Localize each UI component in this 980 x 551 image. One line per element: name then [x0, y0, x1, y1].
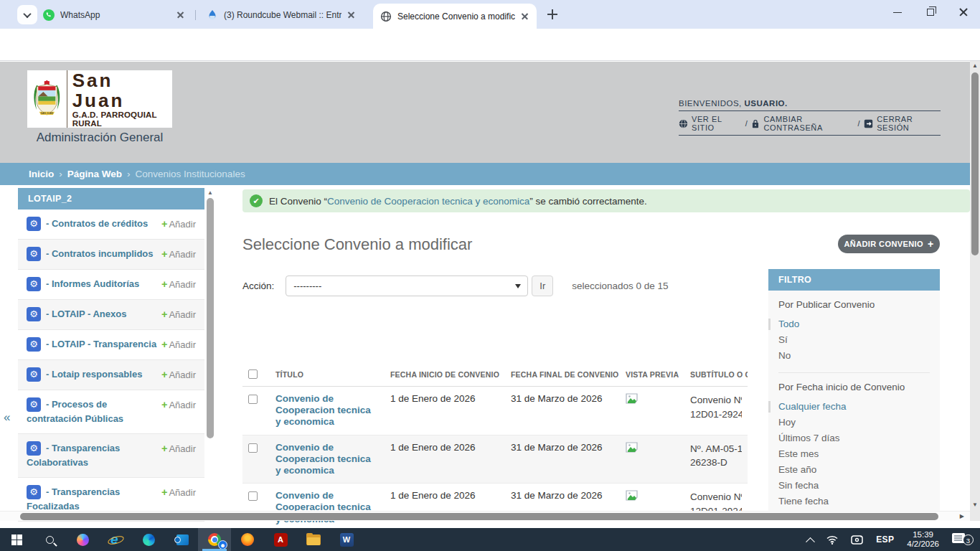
system-tray: ESP 15:394/2/2026 3: [801, 528, 980, 551]
sidebar-item-label[interactable]: - Procesos de contratación Públicas: [27, 399, 123, 424]
select-all-checkbox[interactable]: [248, 369, 258, 379]
add-link[interactable]: +Añadir: [161, 277, 196, 292]
taskbar-outlook-button[interactable]: [165, 528, 198, 551]
horizontal-scrollbar-thumb[interactable]: [20, 513, 938, 520]
close-icon[interactable]: [175, 9, 187, 21]
globe-icon: [380, 11, 392, 22]
sidebar-item-lotaip-anexos: +Añadir⚙- LOTAIP - Anexos: [18, 300, 204, 330]
add-link[interactable]: +Añadir: [161, 217, 196, 232]
taskbar-firefox-button[interactable]: [231, 528, 264, 551]
column-header-fecha-inicio[interactable]: FECHA INICIO DE CONVENIO: [385, 362, 505, 387]
tray-notifications[interactable]: 3: [946, 528, 980, 551]
scroll-down-icon[interactable]: ▼: [970, 501, 980, 508]
close-icon[interactable]: [519, 11, 531, 22]
filter-option-este-ano[interactable]: Este año: [778, 462, 930, 478]
fecha-final-cell: 31 de Marzo de 2026: [505, 435, 620, 484]
convenio-link[interactable]: Convenio de Cooperacion tecnica y econom…: [275, 393, 379, 428]
taskbar-word-button[interactable]: W: [330, 528, 363, 551]
horizontal-scrollbar[interactable]: ▶: [0, 511, 970, 521]
sidebar-item-label[interactable]: - Lotaip responsables: [46, 369, 142, 380]
sidebar-scrollbar[interactable]: ▲: [206, 189, 215, 505]
breadcrumb-section[interactable]: Página Web: [67, 169, 122, 179]
add-link[interactable]: +Añadir: [161, 247, 196, 262]
scroll-up-icon[interactable]: ▲: [970, 62, 980, 69]
tab-roundcube[interactable]: (3) Roundcube Webmail :: Entra: [199, 5, 363, 24]
window-minimize-button[interactable]: [881, 0, 914, 24]
row-checkbox[interactable]: [248, 491, 258, 501]
add-link[interactable]: +Añadir: [161, 441, 196, 456]
taskbar-explorer-button[interactable]: [297, 528, 330, 551]
sidebar-item-label[interactable]: - LOTAIP - Transparencia: [46, 339, 156, 349]
add-link[interactable]: +Añadir: [161, 397, 196, 413]
message-convenio-link[interactable]: Convenio de Cooperacion tecnica y econom…: [327, 196, 529, 207]
tab-whatsapp[interactable]: WhatsApp: [36, 5, 192, 24]
view-site-link[interactable]: VER EL SITIO: [692, 115, 742, 132]
tray-date: 4/2/2026: [907, 540, 939, 549]
column-header-subtitulo[interactable]: SUBTÍTULO O CÓ: [684, 362, 748, 387]
row-checkbox[interactable]: [248, 395, 258, 404]
sidebar-scrollbar-thumb[interactable]: [207, 198, 214, 438]
message-prefix: El Convenio “: [269, 196, 327, 207]
tray-clock[interactable]: 15:394/2/2026: [900, 528, 946, 551]
tab-search-button[interactable]: [17, 5, 37, 24]
tray-cast[interactable]: [844, 528, 870, 551]
filter-option-este-mes[interactable]: Este mes: [778, 446, 930, 462]
new-tab-button[interactable]: [545, 7, 560, 22]
browser-tabstrip: WhatsApp (3) Roundcube Webmail :: Entra …: [0, 0, 980, 29]
logo-title: San Juan: [72, 70, 168, 110]
column-header-fecha-final[interactable]: FECHA FINAL DE CONVENIO: [505, 362, 620, 387]
filter-option-sin-fecha[interactable]: Sin fecha: [778, 478, 930, 494]
window-restore-button[interactable]: [914, 0, 947, 24]
taskbar-ie-button[interactable]: e: [99, 528, 132, 551]
sidebar-item-label[interactable]: - Contratos de créditos: [46, 218, 148, 229]
filter-option-tiene-fecha[interactable]: Tiene fecha: [778, 494, 930, 509]
taskbar-search-button[interactable]: [33, 528, 66, 551]
plus-icon: +: [928, 238, 934, 250]
convenio-link[interactable]: Convenio de Cooperacion tecnica y econom…: [275, 442, 379, 477]
taskbar-acrobat-button[interactable]: A: [264, 528, 297, 551]
sidebar-item-label[interactable]: - Contratos incumplidos: [46, 248, 154, 259]
scroll-up-icon[interactable]: ▲: [206, 189, 215, 197]
add-link[interactable]: +Añadir: [161, 307, 196, 322]
add-link[interactable]: +Añadir: [161, 337, 196, 352]
breadcrumb-home[interactable]: Inicio: [29, 169, 54, 179]
broken-image-icon: [626, 393, 638, 404]
change-password-link[interactable]: CAMBIAR CONTRASEÑA: [763, 115, 854, 132]
filter-option-si[interactable]: Sí: [778, 332, 930, 348]
sidebar-item-lotaip-transparencia: +Añadir⚙- LOTAIP - Transparencia: [18, 330, 204, 360]
logout-link[interactable]: CERRAR SESIÓN: [877, 115, 941, 132]
action-select[interactable]: ---------: [286, 276, 528, 296]
filter-option-todo[interactable]: Todo: [778, 316, 930, 332]
filter-option-cualquier-fecha[interactable]: Cualquier fecha: [778, 399, 930, 415]
close-icon[interactable]: [346, 9, 357, 21]
tray-language[interactable]: ESP: [870, 528, 900, 551]
tray-wifi[interactable]: [820, 528, 844, 551]
window-close-button[interactable]: [947, 0, 980, 24]
sidebar-item-label[interactable]: - Informes Auditorías: [46, 278, 139, 289]
vertical-scrollbar-thumb[interactable]: [971, 72, 979, 255]
taskbar-chrome-button[interactable]: ☻: [198, 528, 231, 551]
sidebar-item-label[interactable]: - LOTAIP - Anexos: [46, 309, 126, 319]
add-link[interactable]: +Añadir: [161, 367, 196, 382]
filter-option-no[interactable]: No: [778, 348, 930, 364]
filter-option-hoy[interactable]: Hoy: [778, 415, 930, 430]
subtitulo-cell: Convenio Nº. A: [690, 490, 742, 504]
add-link[interactable]: +Añadir: [161, 485, 196, 500]
go-button[interactable]: Ir: [532, 276, 553, 296]
add-convenio-button[interactable]: AÑADIR CONVENIO+: [838, 235, 940, 253]
filter-option-ultimos-7-dias[interactable]: Últimos 7 días: [778, 430, 930, 446]
vertical-scrollbar[interactable]: ▲ ▼: [970, 61, 980, 521]
tray-overflow-button[interactable]: [801, 528, 820, 551]
fecha-inicio-cell: 1 de Enero de 2026: [385, 387, 505, 435]
chevron-up-icon: [806, 537, 815, 546]
sidebar-collapse-button[interactable]: «: [4, 410, 10, 425]
taskbar-edge-button[interactable]: [132, 528, 165, 551]
start-button[interactable]: [0, 528, 33, 551]
column-header-titulo[interactable]: TÍTULO: [270, 362, 385, 387]
tab-convenio-active[interactable]: Seleccione Convenio a modifica: [373, 4, 537, 29]
scroll-right-icon[interactable]: ▶: [960, 513, 964, 519]
fecha-final-cell: 31 de Marzo de 2026: [505, 387, 620, 435]
taskbar-copilot-button[interactable]: [66, 528, 99, 551]
row-checkbox[interactable]: [248, 443, 258, 453]
convenios-table: TÍTULO FECHA INICIO DE CONVENIO FECHA FI…: [242, 362, 748, 528]
